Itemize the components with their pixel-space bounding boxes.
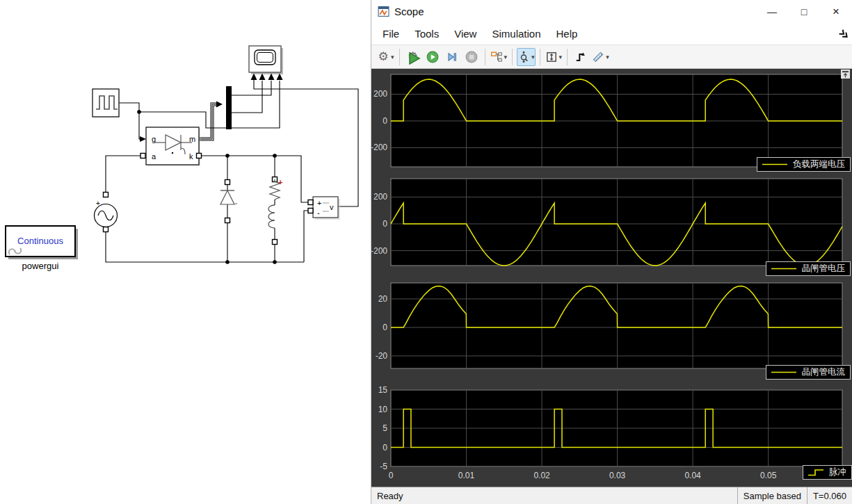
ac-port-minus bbox=[104, 227, 108, 232]
thyristor-block[interactable]: g a m k bbox=[140, 127, 202, 166]
scale-axes-button[interactable]: ▾ bbox=[545, 48, 563, 66]
legend-3[interactable]: 晶闸管电流 bbox=[766, 365, 851, 380]
x-tick-label: 0.04 bbox=[684, 471, 701, 480]
powergui-mode-text: Continuous bbox=[17, 236, 63, 246]
vm-minus-label: - bbox=[317, 209, 320, 217]
dropdown-caret-icon[interactable]: ▾ bbox=[606, 54, 609, 60]
overflow-chevron-icon[interactable] bbox=[838, 29, 849, 40]
stop-button[interactable] bbox=[463, 48, 481, 66]
y-tick-label: -20 bbox=[376, 351, 388, 361]
powergui-block[interactable]: Continuous powergui bbox=[6, 226, 78, 271]
y-tick-label: 20 bbox=[378, 294, 388, 304]
toolbar-separator bbox=[485, 49, 485, 65]
y-tick-label: -5 bbox=[380, 462, 387, 471]
legend-step-icon bbox=[807, 468, 825, 477]
sample-mode-indicator: Sample based bbox=[737, 487, 807, 504]
stop-icon bbox=[465, 51, 478, 63]
dropdown-caret-icon[interactable]: ▾ bbox=[559, 54, 563, 60]
diode-block[interactable] bbox=[220, 180, 237, 223]
menu-view[interactable]: View bbox=[447, 25, 484, 42]
ac-voltage-source-block[interactable]: + bbox=[95, 193, 118, 232]
menu-bar: FileToolsViewSimulationHelp bbox=[371, 23, 852, 44]
voltage-measurement-block[interactable]: + - v bbox=[308, 197, 340, 220]
rl-port-bottom bbox=[273, 240, 278, 245]
dropdown-caret-icon[interactable]: ▾ bbox=[504, 54, 508, 60]
x-tick-label: 0.05 bbox=[760, 471, 777, 480]
scope-window: Scope — □ × FileToolsViewSimulationHelp … bbox=[371, 0, 852, 504]
scope-block[interactable] bbox=[249, 46, 283, 80]
legend-line-icon bbox=[770, 264, 798, 273]
legend-line-icon bbox=[770, 368, 798, 377]
port-label-a: a bbox=[152, 152, 156, 161]
legend-2[interactable]: 晶闸管电压 bbox=[766, 261, 851, 276]
vector-signal-wire bbox=[199, 101, 223, 140]
port-k bbox=[197, 154, 202, 158]
window-title: Scope bbox=[394, 6, 424, 17]
y-tick-label: 0 bbox=[383, 116, 387, 126]
simulink-model-canvas: g a m k + + bbox=[0, 0, 371, 504]
dropdown-caret-icon[interactable]: ▾ bbox=[531, 54, 535, 60]
scope-app-icon bbox=[378, 6, 389, 17]
trigger-icon bbox=[574, 51, 587, 63]
demux-block[interactable] bbox=[226, 86, 232, 129]
highlight-block-button[interactable]: ⚙ bbox=[404, 48, 422, 66]
menu-help[interactable]: Help bbox=[549, 25, 586, 42]
legend-line-icon bbox=[761, 160, 789, 169]
rl-branch-block[interactable]: + bbox=[268, 177, 282, 245]
menu-file[interactable]: File bbox=[375, 25, 407, 42]
x-tick-label: 0.01 bbox=[458, 471, 475, 480]
y-tick-label: 200 bbox=[373, 89, 387, 99]
menu-simulation[interactable]: Simulation bbox=[484, 25, 548, 42]
step-forward-button[interactable] bbox=[443, 48, 461, 66]
diode-port-bottom bbox=[225, 218, 230, 223]
y-tick-label: 10 bbox=[378, 405, 388, 414]
electrical-wires bbox=[106, 156, 308, 262]
legend-4[interactable]: 脉冲 bbox=[803, 465, 852, 480]
legend-label: 晶闸管电流 bbox=[802, 366, 846, 378]
y-tick-label: 0 bbox=[383, 323, 387, 332]
scope-plot-area: 2000-2002000-200200-20151050-500.010.020… bbox=[371, 69, 852, 487]
ruler-icon bbox=[592, 51, 604, 63]
simulation-time-indicator: T=0.060 bbox=[807, 487, 852, 504]
y-tick-label: -200 bbox=[371, 143, 387, 152]
title-bar[interactable]: Scope — □ × bbox=[371, 0, 852, 23]
inductor-symbol bbox=[268, 205, 275, 228]
close-button[interactable]: × bbox=[820, 0, 852, 23]
play-icon bbox=[426, 51, 439, 63]
toolbar: ⚙▾⚙▾▾▾▾ bbox=[371, 44, 852, 69]
y-tick-label: 5 bbox=[383, 423, 387, 433]
gear-run-icon: ⚙ bbox=[407, 51, 419, 63]
scope-screen-inner-icon bbox=[257, 53, 273, 63]
desktop: g a m k + + bbox=[0, 0, 852, 504]
signal-selector-button[interactable]: ▾ bbox=[490, 48, 508, 66]
toolbar-separator bbox=[540, 49, 540, 65]
zoom-icon bbox=[517, 51, 530, 63]
zoom-button[interactable]: ▾ bbox=[517, 48, 536, 66]
scope-axes: 2000-2002000-200200-20151050-500.010.020… bbox=[371, 69, 852, 487]
measurements-button[interactable]: ▾ bbox=[591, 48, 610, 66]
gate-input-arrow bbox=[140, 136, 146, 142]
ac-port-plus bbox=[104, 193, 108, 197]
signal-selector-icon bbox=[490, 51, 503, 63]
port-label-m: m bbox=[189, 135, 195, 143]
legend-1[interactable]: 负载两端电压 bbox=[757, 157, 851, 172]
toolbar-separator bbox=[512, 49, 513, 65]
dropdown-caret-icon[interactable]: ▾ bbox=[391, 54, 394, 60]
rl-plus-label: + bbox=[278, 178, 282, 186]
pulse-generator-block[interactable] bbox=[93, 89, 120, 117]
port-label-k: k bbox=[189, 152, 193, 161]
minimize-button[interactable]: — bbox=[756, 0, 788, 23]
menu-tools[interactable]: Tools bbox=[407, 25, 447, 42]
diode-port-top bbox=[225, 180, 230, 185]
run-button[interactable] bbox=[424, 48, 442, 66]
vm-port-plus bbox=[308, 200, 313, 205]
maximize-button[interactable]: □ bbox=[788, 0, 820, 23]
diode-symbol bbox=[220, 190, 234, 204]
y-tick-label: 200 bbox=[373, 192, 387, 202]
settings-button[interactable]: ⚙▾ bbox=[376, 48, 395, 66]
legend-label: 脉冲 bbox=[829, 466, 846, 478]
trigger-button[interactable] bbox=[572, 48, 590, 66]
y-tick-label: 0 bbox=[383, 443, 387, 453]
expand-panel-icon[interactable] bbox=[841, 70, 850, 79]
vm-v-label: v bbox=[330, 203, 334, 211]
